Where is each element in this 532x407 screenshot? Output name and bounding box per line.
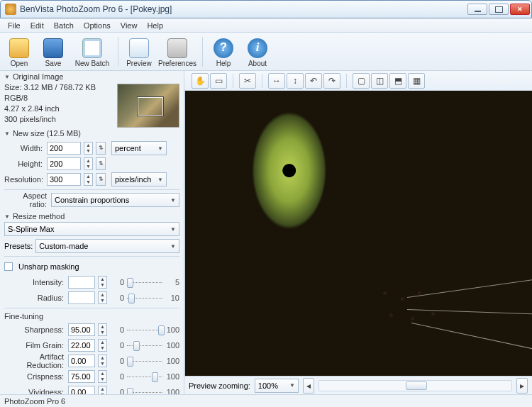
width-input[interactable]	[47, 142, 81, 155]
preview-image[interactable]	[184, 91, 532, 376]
view-quad-button[interactable]: ▦	[408, 73, 425, 89]
resolution-unit-select[interactable]: pixels/inch	[111, 172, 167, 186]
hand-tool-button[interactable]: ✋	[192, 73, 209, 89]
menu-edit[interactable]: Edit	[26, 20, 49, 31]
preview-icon	[129, 38, 149, 58]
newsize-header[interactable]: New size (12.5 MB)	[4, 128, 179, 139]
flip-vertical-button[interactable]: ↕	[287, 73, 304, 89]
resolution-spinner[interactable]: ▲▼	[84, 173, 93, 186]
toolbar-about-button[interactable]: About	[241, 36, 274, 67]
main-toolbar: Open Save New Batch Preview Preferences …	[0, 33, 532, 71]
crispness-min: 0	[110, 372, 124, 381]
flip-horizontal-button[interactable]: ↔	[268, 73, 285, 89]
vividness-spinner[interactable]: ▲▼	[98, 386, 107, 394]
artifact-input[interactable]	[68, 355, 95, 367]
window-minimize-button[interactable]	[467, 4, 487, 15]
sharpness-input[interactable]	[68, 323, 95, 336]
selection-tool-button[interactable]: ▭	[210, 73, 227, 89]
menu-help[interactable]: Help	[142, 20, 168, 31]
status-text: PhotoZoom Pro 6	[4, 397, 65, 406]
finetune-label: Fine-tuning	[4, 311, 179, 322]
rotate-right-button[interactable]: ↷	[323, 73, 340, 89]
status-bar: PhotoZoom Pro 6	[0, 394, 532, 407]
view-single-button[interactable]: ▢	[353, 73, 370, 89]
resize-method-header[interactable]: Resize method	[4, 211, 179, 222]
width-spinner[interactable]: ▲▼	[84, 142, 93, 155]
scroll-right-button[interactable]: ▸	[516, 378, 528, 394]
original-dims: 4.27 x 2.84 inch	[4, 104, 113, 114]
menu-bar: File Edit Batch Options View Help	[0, 18, 532, 33]
filmgrain-slider[interactable]	[127, 340, 162, 351]
width-swap-button[interactable]: ⇅	[96, 142, 106, 155]
vividness-input[interactable]	[68, 386, 95, 394]
menu-options[interactable]: Options	[79, 20, 116, 31]
filmgrain-input[interactable]	[68, 339, 95, 352]
radius-input[interactable]	[68, 291, 95, 304]
scroll-left-button[interactable]: ◂	[303, 378, 314, 394]
radius-spinner[interactable]: ▲▼	[98, 291, 107, 304]
preview-panel: ✋ ▭ ✂ ↔ ↕ ↶ ↷ ▢ ◫ ⬒ ▦	[184, 71, 532, 394]
toolbar-save-button[interactable]: Save	[37, 36, 70, 67]
intensity-input[interactable]	[68, 276, 95, 289]
original-thumbnail[interactable]	[117, 84, 179, 128]
height-input[interactable]	[47, 157, 81, 170]
toolbar-separator	[202, 37, 203, 67]
unsharp-checkbox[interactable]	[4, 262, 13, 271]
size-unit-select[interactable]: percent	[111, 141, 167, 155]
view-split-horizontal-button[interactable]: ◫	[371, 73, 388, 89]
menu-batch[interactable]: Batch	[49, 20, 79, 31]
toolbar-open-button[interactable]: Open	[3, 36, 35, 67]
presets-label: Presets:	[4, 242, 33, 250]
artifact-min: 0	[110, 357, 124, 365]
about-icon	[248, 38, 267, 58]
crispness-slider[interactable]	[127, 371, 162, 382]
filmgrain-max: 100	[165, 341, 179, 350]
menu-file[interactable]: File	[3, 20, 26, 31]
preview-scrollbar[interactable]	[318, 380, 512, 391]
sharpness-max: 100	[165, 325, 179, 334]
view-split-vertical-button[interactable]: ⬒	[389, 73, 406, 89]
aspect-ratio-select[interactable]: Constrain proportions	[51, 193, 179, 207]
resolution-swap-button[interactable]: ⇅	[96, 173, 106, 186]
rotate-left-button[interactable]: ↶	[305, 73, 322, 89]
toolbar-help-button[interactable]: Help	[207, 36, 240, 67]
artifact-spinner[interactable]: ▲▼	[98, 355, 107, 367]
toolbar-newbatch-button[interactable]: New Batch	[71, 36, 113, 67]
radius-label: Radius:	[4, 294, 65, 302]
intensity-spinner[interactable]: ▲▼	[98, 276, 107, 289]
toolbar-preview-button[interactable]: Preview	[123, 36, 155, 67]
radius-max: 10	[165, 294, 179, 302]
resize-method-select[interactable]: S-Spline Max	[4, 222, 179, 236]
radius-slider[interactable]	[127, 292, 162, 303]
window-maximize-button[interactable]	[489, 4, 509, 15]
sharpness-slider[interactable]	[127, 324, 162, 335]
menu-view[interactable]: View	[116, 20, 143, 31]
vividness-max: 100	[165, 388, 179, 394]
preview-bottom-bar: Preview zooming: 100% ◂ ▸	[184, 376, 532, 394]
filmgrain-min: 0	[110, 341, 124, 350]
help-icon	[214, 38, 233, 58]
height-spinner[interactable]: ▲▼	[84, 157, 93, 170]
newbatch-icon	[82, 38, 102, 58]
presets-select[interactable]: Custom-made	[35, 239, 179, 253]
preview-zoom-select[interactable]: 100%	[255, 379, 299, 393]
artifact-slider[interactable]	[127, 355, 162, 367]
original-image-header[interactable]: Original Image	[4, 71, 179, 82]
resolution-input[interactable]	[47, 173, 81, 186]
vividness-slider[interactable]	[127, 386, 162, 394]
toolbar-preferences-button[interactable]: Preferences	[157, 36, 198, 67]
sharpness-spinner[interactable]: ▲▼	[98, 323, 107, 336]
artifact-max: 100	[165, 357, 179, 365]
window-close-button[interactable]	[510, 4, 530, 15]
vividness-min: 0	[110, 388, 124, 394]
crop-tool-button[interactable]: ✂	[239, 73, 256, 89]
crispness-spinner[interactable]: ▲▼	[98, 370, 107, 383]
filmgrain-spinner[interactable]: ▲▼	[98, 339, 107, 352]
crispness-input[interactable]	[68, 370, 95, 383]
intensity-slider[interactable]	[127, 277, 162, 288]
crispness-max: 100	[165, 372, 179, 381]
separator	[4, 256, 179, 257]
height-swap-button[interactable]: ⇅	[96, 157, 106, 170]
intensity-min: 0	[110, 278, 124, 286]
original-mode: RGB/8	[4, 93, 113, 104]
